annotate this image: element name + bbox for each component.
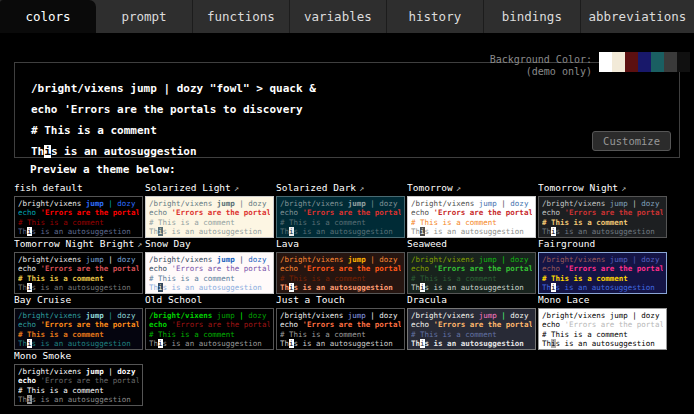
sample-autosuggestion-line: This is an autosuggestion: [542, 339, 663, 348]
sample-autosuggestion-line: This is an autosuggestion: [18, 227, 139, 236]
sample-quote-line: echo 'Errors are the portals to discover…: [149, 320, 270, 329]
theme-preview-card[interactable]: /bright/vixens jump | dozy "fowl" > quac…: [145, 252, 274, 294]
sample-string: 'Errors are the portals to discovery: [303, 208, 401, 217]
theme-preview-card[interactable]: /bright/vixens jump | dozy "fowl" > quac…: [407, 308, 536, 350]
sample-string: 'Errors are the portals to discovery: [41, 264, 139, 273]
theme-item-solarized-light[interactable]: Solarized Light↗ /bright/vixens jump | d…: [145, 182, 274, 238]
theme-item-old-school[interactable]: Old School /bright/vixens jump | dozy "f…: [145, 294, 274, 350]
sample-command-line: /bright/vixens jump | dozy "fowl" > quac…: [31, 78, 679, 99]
theme-item-seaweed[interactable]: Seaweed /bright/vixens jump | dozy "fowl…: [407, 238, 536, 294]
theme-preview-card[interactable]: /bright/vixens jump | dozy "fowl" > quac…: [14, 364, 143, 406]
tab-variables[interactable]: variables: [290, 0, 387, 33]
sample-comment: # This is a comment: [149, 330, 235, 339]
theme-preview-card[interactable]: /bright/vixens jump | dozy "fowl" > quac…: [538, 308, 667, 350]
text-cursor: i: [44, 145, 51, 158]
sample-path: /bright/vixens: [280, 255, 348, 264]
sample-quote-line: echo 'Errors are the portals to discover…: [280, 264, 401, 273]
sample-quote-line: echo 'Errors are the portals to discover…: [280, 320, 401, 329]
theme-preview-card[interactable]: /bright/vixens jump | dozy "fowl" > quac…: [407, 196, 536, 238]
background-swatch-5[interactable]: [664, 52, 677, 72]
background-swatch-0[interactable]: [599, 52, 612, 72]
sample-autosuggest-prefix: Th: [18, 283, 27, 292]
theme-preview-card[interactable]: /bright/vixens jump | dozy "fowl" > quac…: [276, 196, 405, 238]
sample-autosuggest-suffix: s is an autosuggestion: [163, 227, 262, 236]
sample-comment: # This is a comment: [280, 218, 366, 227]
sample-string: 'Errors are the portals to discovery: [41, 376, 139, 385]
theme-preview-card[interactable]: /bright/vixens jump | dozy "fowl" > quac…: [145, 308, 274, 350]
sample-path: /bright/vixens: [31, 82, 130, 95]
theme-item-snow-day[interactable]: Snow Day /bright/vixens jump | dozy "fow…: [145, 238, 274, 294]
theme-preview-card[interactable]: /bright/vixens jump | dozy "fowl" > quac…: [14, 308, 143, 350]
theme-item-lava[interactable]: Lava /bright/vixens jump | dozy "fowl" >…: [276, 238, 405, 294]
tab-history[interactable]: history: [387, 0, 484, 33]
sample-comment: # This is a comment: [542, 218, 628, 227]
sample-autosuggest-prefix: Th: [280, 227, 289, 236]
sample-command2: dozy: [379, 199, 401, 208]
theme-item-tomorrow[interactable]: Tomorrow↗ /bright/vixens jump | dozy "fo…: [407, 182, 536, 238]
sample-echo: echo: [18, 264, 41, 273]
sample-comment: # This is a comment: [411, 330, 497, 339]
customize-button[interactable]: Customize: [592, 131, 671, 151]
theme-item-fish-default[interactable]: fish default /bright/vixens jump | dozy …: [14, 182, 143, 238]
sample-autosuggest-suffix: s is an autosuggestion: [51, 145, 197, 158]
sample-autosuggest-suffix: s is an autosuggestion: [294, 227, 393, 236]
external-link-icon: ↗: [137, 239, 142, 249]
tab-abbreviations[interactable]: abbreviations: [581, 0, 694, 33]
background-swatch-4[interactable]: [651, 52, 664, 72]
theme-preview-card[interactable]: /bright/vixens jump | dozy "fowl" > quac…: [407, 252, 536, 294]
sample-autosuggest-prefix: Th: [280, 339, 289, 348]
sample-path: /bright/vixens: [411, 199, 479, 208]
external-link-icon: ↗: [621, 183, 626, 193]
tab-functions[interactable]: functions: [193, 0, 290, 33]
background-swatch-2[interactable]: [625, 52, 638, 72]
sample-command: jump: [217, 255, 235, 264]
tab-bindings[interactable]: bindings: [484, 0, 581, 33]
theme-item-solarized-dark[interactable]: Solarized Dark↗ /bright/vixens jump | do…: [276, 182, 405, 238]
background-swatch-6[interactable]: [677, 52, 690, 72]
sample-path: /bright/vixens: [18, 255, 86, 264]
sample-autosuggestion-line: This is an autosuggestion: [18, 395, 139, 404]
sample-path: /bright/vixens: [18, 311, 86, 320]
background-color-label-line1: Background Color:: [490, 54, 592, 66]
sample-pipe: |: [497, 311, 511, 320]
sample-quote-line: echo 'Errors are the portals to discover…: [542, 208, 663, 217]
sample-autosuggestion-line: This is an autosuggestion: [542, 283, 663, 292]
tab-bar: colorspromptfunctionsvariableshistorybin…: [0, 0, 694, 33]
sample-autosuggest-prefix: Th: [411, 283, 420, 292]
sample-comment-line: # This is a comment: [411, 218, 532, 227]
theme-item-tomorrow-night-bright[interactable]: Tomorrow Night Bright↗ /bright/vixens ju…: [14, 238, 143, 294]
theme-item-dracula[interactable]: Dracula /bright/vixens jump | dozy "fowl…: [407, 294, 536, 350]
theme-preview-card[interactable]: /bright/vixens jump | dozy "fowl" > quac…: [14, 252, 143, 294]
theme-preview-card[interactable]: /bright/vixens jump | dozy "fowl" > quac…: [276, 252, 405, 294]
theme-preview-card[interactable]: /bright/vixens jump | dozy "fowl" > quac…: [14, 196, 143, 238]
sample-command: jump: [479, 199, 497, 208]
sample-string: 'Errors are the portals to discovery: [434, 208, 532, 217]
tab-colors[interactable]: colors: [0, 0, 96, 33]
tab-prompt[interactable]: prompt: [96, 0, 193, 33]
theme-item-mono-smoke[interactable]: Mono Smoke /bright/vixens jump | dozy "f…: [14, 350, 143, 406]
sample-autosuggest-suffix: s is an autosuggestion: [32, 395, 131, 404]
theme-preview-card[interactable]: /bright/vixens jump | dozy "fowl" > quac…: [538, 252, 667, 294]
theme-name-label: Tomorrow Night Bright: [14, 238, 134, 249]
theme-item-just-a-touch[interactable]: Just a Touch /bright/vixens jump | dozy …: [276, 294, 405, 350]
theme-name: Bay Cruise: [14, 294, 143, 306]
sample-autosuggestion-line: This is an autosuggestion: [280, 227, 401, 236]
background-swatch-1[interactable]: [612, 52, 625, 72]
theme-item-mono-lace[interactable]: Mono Lace /bright/vixens jump | dozy "fo…: [538, 294, 667, 350]
theme-item-tomorrow-night[interactable]: Tomorrow Night↗ /bright/vixens jump | do…: [538, 182, 667, 238]
theme-item-bay-cruise[interactable]: Bay Cruise /bright/vixens jump | dozy "f…: [14, 294, 143, 350]
sample-quoted-arg: "fowl": [210, 82, 250, 95]
theme-preview-card[interactable]: /bright/vixens jump | dozy "fowl" > quac…: [538, 196, 667, 238]
theme-preview-card[interactable]: /bright/vixens jump | dozy "fowl" > quac…: [145, 196, 274, 238]
theme-preview-card[interactable]: /bright/vixens jump | dozy "fowl" > quac…: [276, 308, 405, 350]
background-swatch-3[interactable]: [638, 52, 651, 72]
themes-heading: Preview a theme below:: [30, 163, 176, 176]
theme-item-fairground[interactable]: Fairground /bright/vixens jump | dozy "f…: [538, 238, 667, 294]
sample-autosuggest-prefix: Th: [18, 227, 27, 236]
sample-autosuggestion-line: This is an autosuggestion: [280, 339, 401, 348]
sample-command2: dozy: [248, 199, 270, 208]
sample-echo: echo: [280, 264, 303, 273]
sample-comment-line: # This is a comment: [542, 330, 663, 339]
sample-echo: echo: [149, 208, 172, 217]
sample-command: jump: [217, 199, 235, 208]
